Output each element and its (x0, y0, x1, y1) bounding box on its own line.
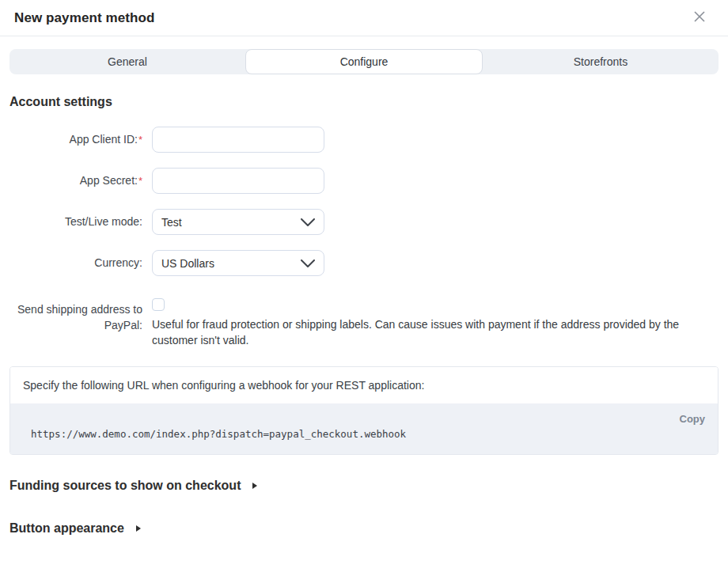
send-shipping-help-text: Useful for fraud protection or shipping … (152, 316, 703, 348)
currency-value: US Dollars (161, 257, 214, 270)
dialog-header: New payment method (0, 0, 728, 36)
button-appearance-label: Button appearance (9, 521, 124, 536)
app-client-id-label-text: App Client ID: (70, 133, 138, 146)
funding-sources-label: Funding sources to show on checkout (9, 479, 241, 493)
test-live-mode-label: Test/Live mode: (9, 209, 142, 235)
currency-label: Currency: (9, 250, 142, 276)
tab-storefronts[interactable]: Storefronts (483, 49, 719, 74)
close-button[interactable] (690, 9, 709, 28)
webhook-url: https://www.demo.com/index.php?dispatch=… (23, 428, 705, 440)
app-client-id-label: App Client ID:* (9, 127, 142, 153)
required-asterisk: * (138, 134, 142, 146)
send-shipping-row: Send shipping address to PayPal: Useful … (9, 298, 719, 348)
currency-row: Currency: US Dollars (9, 250, 719, 276)
webhook-code-area: Copy https://www.demo.com/index.php?disp… (10, 403, 718, 454)
currency-select[interactable]: US Dollars (152, 250, 324, 276)
caret-right-icon (136, 525, 141, 532)
app-secret-row: App Secret:* (9, 168, 719, 194)
test-live-mode-value: Test (161, 216, 182, 229)
section-funding-sources[interactable]: Funding sources to show on checkout (9, 479, 719, 493)
account-settings-form: App Client ID:* App Secret:* Test/Live m… (9, 127, 719, 348)
chevron-down-icon (301, 257, 315, 270)
send-shipping-label: Send shipping address to PayPal: (9, 298, 142, 348)
app-secret-label: App Secret:* (9, 168, 142, 194)
tab-bar: General Configure Storefronts (9, 49, 719, 74)
app-secret-input[interactable] (152, 168, 324, 194)
tab-configure[interactable]: Configure (245, 49, 483, 74)
app-client-id-row: App Client ID:* (9, 127, 719, 153)
webhook-box: Specify the following URL when configuri… (9, 366, 719, 455)
app-secret-label-text: App Secret: (80, 174, 138, 187)
test-live-mode-select[interactable]: Test (152, 209, 324, 235)
copy-button[interactable]: Copy (680, 413, 706, 425)
section-button-appearance[interactable]: Button appearance (9, 521, 719, 536)
chevron-down-icon (301, 216, 315, 229)
required-asterisk: * (138, 175, 142, 187)
send-shipping-checkbox[interactable] (152, 298, 165, 311)
webhook-instruction: Specify the following URL when configuri… (10, 367, 718, 403)
test-live-mode-row: Test/Live mode: Test (9, 209, 719, 235)
caret-right-icon (252, 483, 257, 489)
app-client-id-input[interactable] (152, 127, 324, 153)
tab-general[interactable]: General (9, 49, 245, 74)
close-icon (693, 10, 706, 26)
dialog-title: New payment method (14, 10, 155, 26)
account-settings-heading: Account settings (9, 95, 719, 109)
